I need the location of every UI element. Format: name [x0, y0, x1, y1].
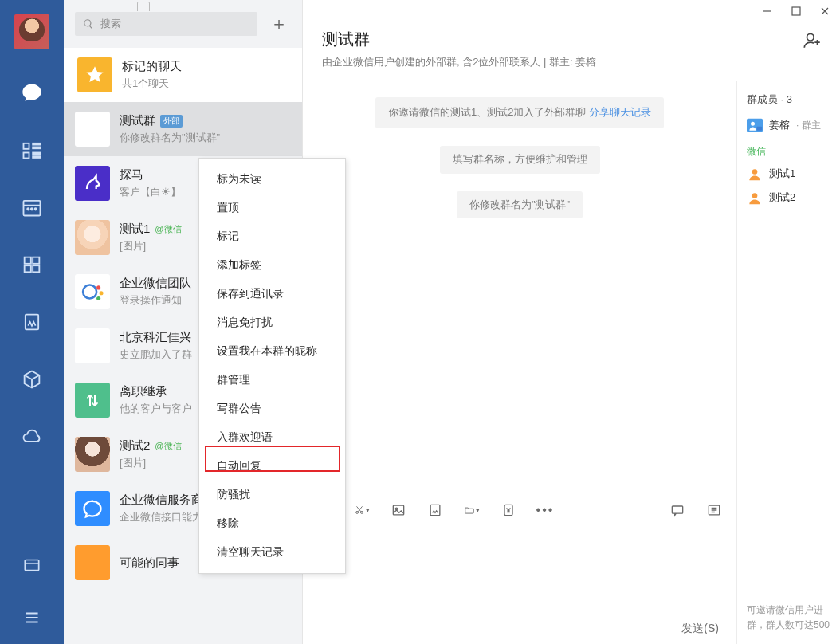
maximize-button[interactable]	[789, 4, 803, 18]
member-row[interactable]: 测试2	[747, 190, 830, 205]
ctx-save-contacts[interactable]: 保存到通讯录	[199, 280, 345, 308]
apps-nav-icon[interactable]	[21, 253, 43, 276]
calendar-nav-icon[interactable]	[21, 196, 43, 218]
pinned-sub: 共1个聊天	[122, 77, 291, 91]
svg-rect-5	[33, 156, 40, 158]
conversation-item[interactable]: 测试群外部 你修改群名为"测试群"	[64, 102, 302, 156]
chat-nav-icon[interactable]	[21, 81, 43, 104]
user-avatar-icon	[75, 545, 110, 580]
doc-tool-icon[interactable]	[427, 502, 443, 518]
svg-rect-29	[430, 505, 440, 515]
message-area: 你邀请微信的测试1、测试2加入了外部群聊 分享聊天记录 填写群名称，方便维护和管…	[303, 81, 736, 644]
svg-rect-3	[24, 153, 29, 159]
left-navbar	[0, 0, 64, 644]
ctx-announcement[interactable]: 写群公告	[199, 395, 345, 423]
pinned-chats-item[interactable]: 标记的聊天 共1个聊天	[64, 48, 302, 102]
wechat-section-label: 微信	[747, 145, 830, 159]
ctx-group-manage[interactable]: 群管理	[199, 366, 345, 395]
history-tool-icon[interactable]	[706, 502, 722, 518]
external-badge: 外部	[160, 115, 183, 128]
svg-rect-10	[25, 257, 31, 264]
minimize-button[interactable]	[760, 4, 775, 18]
svg-rect-12	[25, 265, 31, 272]
user-avatar-icon	[75, 437, 110, 472]
svg-point-16	[83, 285, 96, 299]
svg-point-17	[96, 285, 100, 289]
ctx-remove[interactable]: 移除	[199, 509, 345, 538]
horse-avatar-icon	[75, 166, 110, 201]
service-avatar-icon	[75, 491, 110, 526]
svg-point-36	[752, 169, 758, 175]
send-button[interactable]: 发送(S)	[681, 622, 719, 636]
add-member-button[interactable]	[802, 30, 822, 51]
star-icon	[77, 57, 112, 92]
svg-rect-11	[33, 257, 39, 264]
ctx-mark-unread[interactable]: 标为未读	[199, 165, 345, 194]
context-menu: 标为未读 置顶 标记 添加标签 保存到通讯录 消息免打扰 设置我在本群的昵称 群…	[198, 158, 346, 574]
ctx-add-label[interactable]: 添加标签	[199, 251, 345, 280]
box-nav-icon[interactable]	[21, 368, 43, 391]
message-input[interactable]	[303, 527, 736, 614]
ctx-auto-reply[interactable]: 自动回复	[199, 452, 345, 481]
cloud-nav-icon[interactable]	[21, 426, 43, 448]
menu-nav-icon[interactable]	[22, 607, 42, 628]
quote-tool-icon[interactable]	[669, 502, 685, 518]
contacts-nav-icon[interactable]	[21, 139, 43, 161]
chat-subtitle: 由企业微信用户创建的外部群, 含2位外部联系人 | 群主: 姜榕	[322, 55, 821, 69]
image-tool-icon[interactable]	[391, 502, 406, 518]
members-hint: 可邀请微信用户进群，群人数可达500	[747, 603, 830, 633]
share-link[interactable]: 分享聊天记录	[589, 106, 651, 118]
group-avatar-icon	[75, 328, 110, 363]
svg-rect-31	[672, 506, 682, 513]
transfer-avatar-icon	[75, 383, 110, 418]
member-row-owner[interactable]: 姜榕 · 群主	[747, 118, 830, 132]
ctx-anti-spam[interactable]: 防骚扰	[199, 481, 345, 509]
svg-point-7	[27, 208, 29, 210]
ctx-set-nickname[interactable]: 设置我在本群的昵称	[199, 337, 345, 366]
search-input[interactable]: 搜索	[75, 12, 257, 36]
close-button[interactable]	[818, 4, 832, 18]
member-row[interactable]: 测试1	[747, 167, 830, 181]
svg-point-34	[751, 122, 755, 126]
svg-rect-0	[24, 143, 29, 149]
search-placeholder: 搜索	[100, 17, 121, 31]
add-button[interactable]: ＋	[267, 12, 291, 36]
svg-point-21	[807, 33, 814, 41]
ctx-tag[interactable]: 标记	[199, 222, 345, 251]
svg-point-9	[35, 208, 37, 210]
ctx-mute[interactable]: 消息免打扰	[199, 308, 345, 337]
ctx-welcome-msg[interactable]: 入群欢迎语	[199, 423, 345, 452]
doc-nav-icon[interactable]	[21, 311, 43, 333]
svg-point-37	[752, 193, 758, 198]
wechat-badge: @微信	[155, 440, 181, 452]
system-message: 填写群名称，方便维护和管理	[440, 146, 600, 174]
members-title: 群成员 · 3	[747, 92, 830, 107]
tab-indicator-icon	[137, 2, 150, 11]
ctx-clear-history[interactable]: 清空聊天记录	[199, 538, 345, 567]
system-message: 你修改群名为"测试群"	[457, 191, 583, 219]
svg-rect-2	[33, 147, 40, 149]
cut-tool-icon[interactable]: ▾	[354, 502, 370, 518]
my-avatar[interactable]	[14, 14, 49, 49]
svg-rect-4	[33, 153, 40, 155]
folder-tool-icon[interactable]: ▾	[464, 502, 480, 518]
svg-rect-20	[792, 7, 800, 15]
group-avatar-icon	[75, 112, 110, 147]
svg-rect-13	[33, 265, 39, 272]
svg-point-18	[100, 291, 104, 295]
composer-toolbar: ▾ ▾ •••	[303, 493, 736, 527]
more-tool-icon[interactable]: •••	[537, 502, 553, 518]
owner-avatar-icon	[747, 118, 763, 132]
chat-title: 测试群	[322, 29, 821, 50]
svg-rect-35	[757, 127, 763, 131]
wechat-badge: @微信	[155, 223, 181, 235]
ctx-pin[interactable]: 置顶	[199, 194, 345, 222]
archive-nav-icon[interactable]	[22, 555, 42, 575]
chat-header: 测试群 由企业微信用户创建的外部群, 含2位外部联系人 | 群主: 姜榕	[303, 22, 840, 81]
svg-point-25	[356, 511, 359, 513]
wecom-avatar-icon	[75, 274, 110, 309]
redpacket-tool-icon[interactable]	[500, 502, 516, 518]
members-panel: 群成员 · 3 姜榕 · 群主 微信 测试1 测试2 可邀请微信用户进群，群人数…	[736, 81, 840, 644]
user-icon	[747, 190, 763, 205]
svg-point-8	[31, 208, 33, 210]
